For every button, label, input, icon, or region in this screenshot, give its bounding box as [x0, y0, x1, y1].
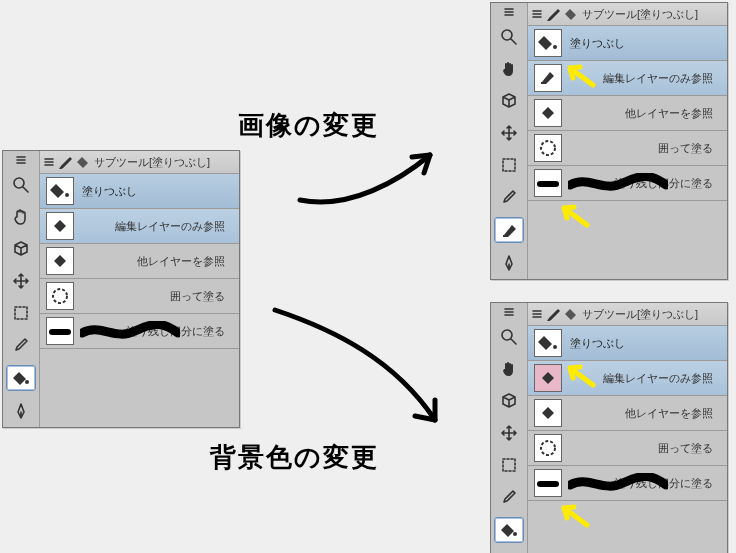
subtool-header-label: 塗りつぶし — [82, 184, 233, 199]
menu-icon[interactable] — [16, 155, 26, 165]
menu-icon[interactable] — [504, 307, 514, 317]
pen-icon[interactable] — [495, 251, 523, 275]
svg-point-4 — [53, 289, 67, 303]
subtool-row-2-label: 他レイヤーを参照 — [82, 254, 233, 269]
panel-title: サブツール[塗りつぶし] — [582, 307, 698, 322]
subtool-row-3[interactable]: 囲って塗る — [40, 279, 239, 314]
subtool-row-3-label: 囲って塗る — [570, 141, 721, 156]
subtool-row-4[interactable]: 塗り残し部分に塗る — [40, 314, 239, 349]
subtool-row-4-label: 塗り残し部分に塗る — [570, 476, 721, 491]
tool-column — [491, 3, 528, 279]
subtool-row-2-label: 他レイヤーを参照 — [570, 106, 721, 121]
magnifier-icon[interactable] — [495, 25, 523, 49]
panel-titlebar[interactable]: サブツール[塗りつぶし] — [528, 3, 727, 26]
svg-point-2 — [25, 380, 29, 384]
eyedropper-icon[interactable] — [7, 333, 35, 357]
subtool-header[interactable]: 塗りつぶし — [528, 26, 727, 61]
svg-point-3 — [65, 193, 69, 197]
panel-title: サブツール[塗りつぶし] — [94, 155, 210, 170]
cube-icon[interactable] — [495, 89, 523, 113]
subtool-header-label: 塗りつぶし — [570, 336, 721, 351]
subtool-row-1[interactable]: 編集レイヤーのみ参照 — [528, 361, 727, 396]
marquee-icon[interactable] — [495, 153, 523, 177]
subtool-row-3[interactable]: 囲って塗る — [528, 431, 727, 466]
subtool-row-2[interactable]: 他レイヤーを参照 — [40, 244, 239, 279]
panel-titlebar[interactable]: サブツール[塗りつぶし] — [528, 303, 727, 326]
subtool-list: 塗りつぶし 編集レイヤーのみ参照 他レイヤーを参照 囲って塗る 塗り残し部分に塗… — [40, 174, 239, 349]
subtool-list: 塗りつぶし 編集レイヤーのみ参照 他レイヤーを参照 囲って塗る 塗り残し部分に塗… — [528, 326, 727, 501]
tool-column — [491, 303, 528, 553]
arrow-icon — [265, 300, 455, 440]
eyedropper-icon[interactable] — [495, 185, 523, 209]
panel-bg-changed: サブツール[塗りつぶし] 塗りつぶし 編集レイヤーのみ参照 他レイヤーを参照 囲… — [490, 302, 728, 553]
panel-original: サブツール[塗りつぶし] 塗りつぶし 編集レイヤーのみ参照 他レイヤーを参照 囲… — [2, 150, 240, 428]
marquee-icon[interactable] — [7, 301, 35, 325]
subtool-header-label: 塗りつぶし — [570, 36, 721, 51]
svg-rect-10 — [503, 459, 515, 471]
hand-icon[interactable] — [495, 57, 523, 81]
svg-point-8 — [541, 141, 555, 155]
tool-column — [3, 151, 40, 427]
subtool-row-1[interactable]: 編集レイヤーのみ参照 — [528, 61, 727, 96]
subtool-row-2-label: 他レイヤーを参照 — [570, 406, 721, 421]
eyedropper-icon[interactable] — [495, 485, 523, 509]
arrow-icon — [290, 140, 450, 220]
move-icon[interactable] — [7, 269, 35, 293]
svg-rect-6 — [503, 159, 515, 171]
subtool-row-1-label: 編集レイヤーのみ参照 — [82, 219, 233, 234]
subtool-row-1[interactable]: 編集レイヤーのみ参照 — [40, 209, 239, 244]
subtool-row-4[interactable]: 塗り残し部分に塗る — [528, 466, 727, 501]
svg-point-7 — [553, 45, 557, 49]
panel-title: サブツール[塗りつぶし] — [582, 7, 698, 22]
annotation-bottom: 背景色の変更 — [210, 440, 379, 475]
bucket-icon[interactable] — [6, 365, 36, 391]
cube-icon[interactable] — [7, 237, 35, 261]
subtool-row-4-label: 塗り残し部分に塗る — [570, 176, 721, 191]
subtool-row-3-label: 囲って塗る — [82, 289, 233, 304]
svg-rect-1 — [15, 307, 27, 319]
cube-icon[interactable] — [495, 389, 523, 413]
subtool-row-2[interactable]: 他レイヤーを参照 — [528, 396, 727, 431]
annotation-top: 画像の変更 — [238, 108, 379, 143]
hand-icon[interactable] — [495, 357, 523, 381]
subtool-row-4[interactable]: 塗り残し部分に塗る — [528, 166, 727, 201]
subtool-list: 塗りつぶし 編集レイヤーのみ参照 他レイヤーを参照 囲って塗る 塗り残し部分に塗… — [528, 26, 727, 201]
subtool-row-1-label: 編集レイヤーのみ参照 — [570, 371, 721, 386]
bucket-icon[interactable] — [494, 517, 524, 543]
subtool-row-4-label: 塗り残し部分に塗る — [82, 324, 233, 339]
marquee-icon[interactable] — [495, 453, 523, 477]
move-icon[interactable] — [495, 121, 523, 145]
magnifier-icon[interactable] — [7, 173, 35, 197]
subtool-row-2[interactable]: 他レイヤーを参照 — [528, 96, 727, 131]
move-icon[interactable] — [495, 421, 523, 445]
subtool-header[interactable]: 塗りつぶし — [528, 326, 727, 361]
svg-point-12 — [553, 345, 557, 349]
panel-image-changed: サブツール[塗りつぶし] 塗りつぶし 編集レイヤーのみ参照 他レイヤーを参照 囲… — [490, 2, 728, 280]
subtool-row-3-label: 囲って塗る — [570, 441, 721, 456]
magnifier-icon[interactable] — [495, 325, 523, 349]
svg-point-11 — [513, 532, 517, 536]
menu-icon[interactable] — [504, 7, 514, 17]
subtool-row-1-label: 編集レイヤーのみ参照 — [570, 71, 721, 86]
hand-icon[interactable] — [7, 205, 35, 229]
subtool-row-3[interactable]: 囲って塗る — [528, 131, 727, 166]
svg-point-13 — [541, 441, 555, 455]
subtool-header[interactable]: 塗りつぶし — [40, 174, 239, 209]
panel-titlebar[interactable]: サブツール[塗りつぶし] — [40, 151, 239, 174]
pen-icon[interactable] — [7, 399, 35, 423]
bucket-icon[interactable] — [494, 217, 524, 243]
